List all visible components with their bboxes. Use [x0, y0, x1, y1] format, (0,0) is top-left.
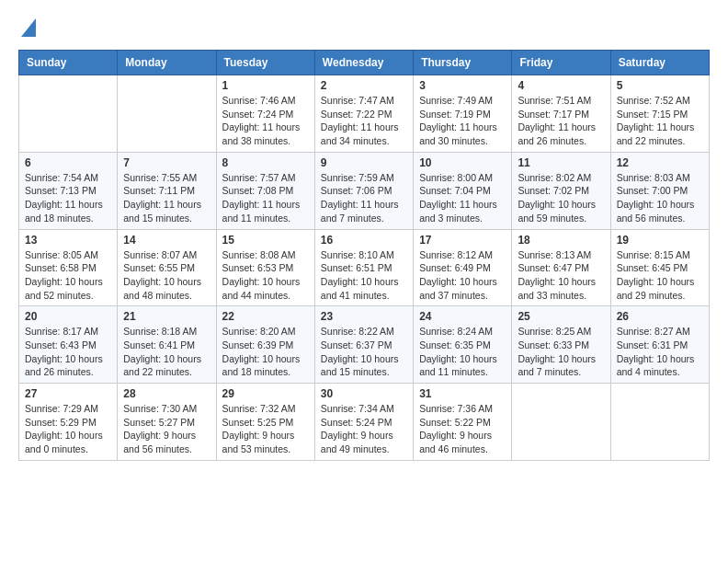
day-info: Sunrise: 8:20 AM Sunset: 6:39 PM Dayligh… — [222, 325, 309, 379]
calendar-cell: 22Sunrise: 8:20 AM Sunset: 6:39 PM Dayli… — [216, 306, 314, 384]
calendar-cell: 21Sunrise: 8:18 AM Sunset: 6:41 PM Dayli… — [118, 306, 216, 384]
calendar-cell: 5Sunrise: 7:52 AM Sunset: 7:15 PM Daylig… — [610, 75, 709, 153]
calendar-cell: 25Sunrise: 8:25 AM Sunset: 6:33 PM Dayli… — [512, 306, 610, 384]
logo — [18, 18, 36, 40]
calendar-cell: 10Sunrise: 8:00 AM Sunset: 7:04 PM Dayli… — [414, 152, 512, 229]
day-number: 31 — [419, 387, 506, 400]
calendar-week-4: 20Sunrise: 8:17 AM Sunset: 6:43 PM Dayli… — [19, 306, 710, 384]
day-info: Sunrise: 8:02 AM Sunset: 7:02 PM Dayligh… — [518, 171, 604, 225]
day-number: 6 — [25, 156, 111, 169]
calendar-cell: 26Sunrise: 8:27 AM Sunset: 6:31 PM Dayli… — [610, 306, 709, 384]
page-header — [18, 18, 710, 40]
day-info: Sunrise: 8:08 AM Sunset: 6:53 PM Dayligh… — [222, 248, 309, 303]
calendar-cell: 12Sunrise: 8:03 AM Sunset: 7:00 PM Dayli… — [610, 152, 709, 229]
day-number: 2 — [321, 79, 407, 92]
calendar-cell: 20Sunrise: 8:17 AM Sunset: 6:43 PM Dayli… — [19, 306, 118, 384]
day-number: 29 — [222, 387, 309, 400]
calendar-cell: 31Sunrise: 7:36 AM Sunset: 5:22 PM Dayli… — [414, 384, 512, 461]
day-info: Sunrise: 8:25 AM Sunset: 6:33 PM Dayligh… — [518, 325, 604, 379]
calendar-cell: 30Sunrise: 7:34 AM Sunset: 5:24 PM Dayli… — [314, 384, 413, 461]
weekday-header-sunday: Sunday — [19, 51, 118, 75]
day-number: 16 — [321, 234, 407, 247]
calendar-cell: 17Sunrise: 8:12 AM Sunset: 6:49 PM Dayli… — [414, 229, 512, 306]
day-info: Sunrise: 7:52 AM Sunset: 7:15 PM Dayligh… — [617, 94, 703, 148]
calendar-table: SundayMondayTuesdayWednesdayThursdayFrid… — [18, 50, 710, 461]
day-number: 12 — [617, 156, 703, 169]
day-number: 7 — [123, 156, 210, 169]
day-info: Sunrise: 8:22 AM Sunset: 6:37 PM Dayligh… — [321, 325, 407, 379]
calendar-cell: 7Sunrise: 7:55 AM Sunset: 7:11 PM Daylig… — [118, 152, 216, 229]
weekday-header-wednesday: Wednesday — [314, 51, 413, 75]
day-number: 15 — [222, 234, 309, 247]
calendar-cell: 16Sunrise: 8:10 AM Sunset: 6:51 PM Dayli… — [314, 229, 413, 306]
calendar-cell: 15Sunrise: 8:08 AM Sunset: 6:53 PM Dayli… — [216, 229, 314, 306]
calendar-cell: 9Sunrise: 7:59 AM Sunset: 7:06 PM Daylig… — [314, 152, 413, 229]
day-info: Sunrise: 8:12 AM Sunset: 6:49 PM Dayligh… — [419, 248, 506, 303]
day-number: 1 — [222, 79, 309, 92]
day-number: 10 — [419, 156, 506, 169]
day-info: Sunrise: 7:49 AM Sunset: 7:19 PM Dayligh… — [419, 94, 506, 148]
day-info: Sunrise: 7:46 AM Sunset: 7:24 PM Dayligh… — [222, 94, 309, 148]
day-info: Sunrise: 7:36 AM Sunset: 5:22 PM Dayligh… — [419, 402, 506, 456]
day-info: Sunrise: 7:29 AM Sunset: 5:29 PM Dayligh… — [25, 402, 111, 456]
day-number: 9 — [321, 156, 407, 169]
day-info: Sunrise: 7:47 AM Sunset: 7:22 PM Dayligh… — [321, 94, 407, 148]
calendar-cell: 28Sunrise: 7:30 AM Sunset: 5:27 PM Dayli… — [118, 384, 216, 461]
day-number: 17 — [419, 234, 506, 247]
calendar-cell — [610, 384, 709, 461]
day-number: 25 — [518, 310, 604, 323]
calendar-cell — [512, 384, 610, 461]
day-number: 11 — [518, 156, 604, 169]
day-number: 18 — [518, 234, 604, 247]
day-number: 28 — [123, 387, 210, 400]
day-info: Sunrise: 7:57 AM Sunset: 7:08 PM Dayligh… — [222, 171, 309, 225]
calendar-cell: 14Sunrise: 8:07 AM Sunset: 6:55 PM Dayli… — [118, 229, 216, 306]
day-info: Sunrise: 7:55 AM Sunset: 7:11 PM Dayligh… — [123, 171, 210, 225]
weekday-header-saturday: Saturday — [610, 51, 709, 75]
day-info: Sunrise: 8:07 AM Sunset: 6:55 PM Dayligh… — [123, 248, 210, 303]
weekday-header-thursday: Thursday — [414, 51, 512, 75]
day-info: Sunrise: 8:24 AM Sunset: 6:35 PM Dayligh… — [419, 325, 506, 379]
day-number: 4 — [518, 79, 604, 92]
day-info: Sunrise: 7:59 AM Sunset: 7:06 PM Dayligh… — [321, 171, 407, 225]
calendar-cell: 4Sunrise: 7:51 AM Sunset: 7:17 PM Daylig… — [512, 75, 610, 153]
logo-arrow-icon — [21, 18, 36, 37]
day-info: Sunrise: 7:51 AM Sunset: 7:17 PM Dayligh… — [518, 94, 604, 148]
day-info: Sunrise: 8:10 AM Sunset: 6:51 PM Dayligh… — [321, 248, 407, 303]
day-number: 13 — [25, 234, 111, 247]
weekday-header-row: SundayMondayTuesdayWednesdayThursdayFrid… — [19, 51, 710, 75]
day-number: 23 — [321, 310, 407, 323]
day-number: 26 — [617, 310, 703, 323]
weekday-header-tuesday: Tuesday — [216, 51, 314, 75]
day-number: 22 — [222, 310, 309, 323]
day-number: 20 — [25, 310, 111, 323]
calendar-cell: 1Sunrise: 7:46 AM Sunset: 7:24 PM Daylig… — [216, 75, 314, 153]
calendar-week-2: 6Sunrise: 7:54 AM Sunset: 7:13 PM Daylig… — [19, 152, 710, 229]
calendar-cell: 29Sunrise: 7:32 AM Sunset: 5:25 PM Dayli… — [216, 384, 314, 461]
day-number: 8 — [222, 156, 309, 169]
day-info: Sunrise: 7:32 AM Sunset: 5:25 PM Dayligh… — [222, 402, 309, 456]
calendar-cell: 3Sunrise: 7:49 AM Sunset: 7:19 PM Daylig… — [414, 75, 512, 153]
day-info: Sunrise: 8:27 AM Sunset: 6:31 PM Dayligh… — [617, 325, 703, 379]
calendar-cell: 27Sunrise: 7:29 AM Sunset: 5:29 PM Dayli… — [19, 384, 118, 461]
svg-marker-0 — [21, 18, 36, 37]
day-number: 19 — [617, 234, 703, 247]
calendar-cell: 23Sunrise: 8:22 AM Sunset: 6:37 PM Dayli… — [314, 306, 413, 384]
calendar-week-5: 27Sunrise: 7:29 AM Sunset: 5:29 PM Dayli… — [19, 384, 710, 461]
calendar-cell — [118, 75, 216, 153]
weekday-header-monday: Monday — [118, 51, 216, 75]
calendar-cell: 8Sunrise: 7:57 AM Sunset: 7:08 PM Daylig… — [216, 152, 314, 229]
day-number: 14 — [123, 234, 210, 247]
calendar-cell: 18Sunrise: 8:13 AM Sunset: 6:47 PM Dayli… — [512, 229, 610, 306]
calendar-cell: 24Sunrise: 8:24 AM Sunset: 6:35 PM Dayli… — [414, 306, 512, 384]
day-info: Sunrise: 8:18 AM Sunset: 6:41 PM Dayligh… — [123, 325, 210, 379]
calendar-week-3: 13Sunrise: 8:05 AM Sunset: 6:58 PM Dayli… — [19, 229, 710, 306]
day-info: Sunrise: 8:03 AM Sunset: 7:00 PM Dayligh… — [617, 171, 703, 225]
day-number: 27 — [25, 387, 111, 400]
day-info: Sunrise: 8:13 AM Sunset: 6:47 PM Dayligh… — [518, 248, 604, 303]
day-number: 30 — [321, 387, 407, 400]
day-info: Sunrise: 7:30 AM Sunset: 5:27 PM Dayligh… — [123, 402, 210, 456]
day-info: Sunrise: 7:54 AM Sunset: 7:13 PM Dayligh… — [25, 171, 111, 225]
calendar-cell: 13Sunrise: 8:05 AM Sunset: 6:58 PM Dayli… — [19, 229, 118, 306]
day-number: 24 — [419, 310, 506, 323]
